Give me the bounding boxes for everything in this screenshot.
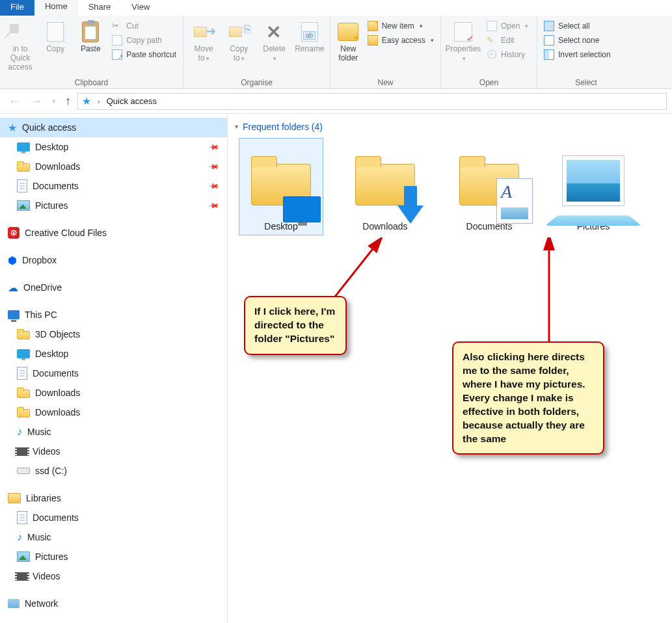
sidebar-item-lib-pictures[interactable]: Pictures [0,547,227,566]
sidebar-this-pc[interactable]: This PC [0,305,227,325]
sidebar-item-downloads[interactable]: Downloads 📌 [0,157,227,176]
tab-home[interactable]: Home [34,0,78,16]
cut-button[interactable]: Cut [109,20,179,33]
tab-share[interactable]: Share [78,0,122,16]
sidebar-item-documents[interactable]: Documents 📌 [0,176,227,196]
select-none-button[interactable]: Select none [541,34,613,47]
pc-icon [8,310,20,319]
properties-button[interactable]: Properties▾ [445,18,481,66]
copy-to-button[interactable]: Copy to▾ [222,18,255,66]
documents-icon [17,367,27,380]
tab-file[interactable]: File [0,0,34,16]
paste-button[interactable]: Paste [74,18,107,56]
new-item-button[interactable]: New item▾ [365,20,437,33]
tile-documents[interactable]: Documents [448,139,532,235]
pictures-icon [17,551,30,562]
desktop-icon [17,349,30,358]
chevron-down-icon: ▾ [525,23,528,29]
pin-icon: 📌 [207,199,219,211]
edit-button[interactable]: Edit [484,34,531,47]
folder-icon [17,407,30,418]
videos-icon [17,447,27,456]
copy-path-icon [112,35,122,46]
address-bar[interactable]: ★ › Quick access [77,93,667,110]
address-bar-row: ← → ▾ ↑ ★ › Quick access [0,89,672,114]
sidebar-item-pc-downloads[interactable]: Downloads [0,383,227,403]
sidebar-dropbox[interactable]: ⬢ Dropbox [0,250,227,270]
sidebar-quick-access[interactable]: ★ Quick access [0,118,227,137]
select-all-button[interactable]: Select all [541,20,613,33]
drive-icon [17,468,30,474]
tile-downloads[interactable]: Downloads [343,139,428,235]
new-folder-button[interactable]: New folder [334,18,362,65]
pin-icon: 📌 [207,140,219,153]
history-icon [487,49,497,60]
open-button[interactable]: Open▾ [484,20,531,33]
nav-recent-dropdown[interactable]: ▾ [49,97,59,105]
sidebar-item-pc-music[interactable]: ♪Music [0,422,227,442]
paste-shortcut-button[interactable]: Paste shortcut [109,48,179,61]
copy-button[interactable]: Copy [39,18,72,56]
copy-path-button[interactable]: Copy path [109,34,179,47]
move-to-icon [193,21,215,42]
tab-view[interactable]: View [121,0,160,16]
content-pane: ▸ Frequent folders (4) Desktop [228,114,672,623]
tile-pictures[interactable]: Pictures [552,139,636,235]
sidebar-onedrive[interactable]: ☁ OneDrive [0,278,227,297]
easy-access-button[interactable]: Easy access▾ [365,34,437,47]
music-icon: ♪ [17,426,22,438]
sidebar-item-lib-music[interactable]: ♪Music [0,527,227,547]
sidebar-item-ssd-c[interactable]: ssd (C:) [0,461,227,481]
ribbon-group-organise: Move to▾ Copy to▾ Delete▾ Rename Organis… [183,16,330,88]
folder-tiles: Desktop Downloads [234,139,672,235]
sidebar-item-pictures[interactable]: Pictures 📌 [0,196,227,215]
sidebar-network[interactable]: Network [0,594,227,613]
breadcrumb-segment[interactable]: Quick access [104,96,159,106]
sidebar-item-lib-videos[interactable]: Videos [0,566,227,586]
invert-selection-button[interactable]: Invert selection [541,48,613,61]
paste-icon [82,21,99,42]
sidebar-item-3d-objects[interactable]: 3D Objects [0,325,227,344]
sidebar-item-pc-downloads-2[interactable]: Downloads [0,403,227,422]
rename-button[interactable]: Rename [293,18,326,56]
ribbon-group-open: Properties▾ Open▾ Edit History Open [441,16,537,88]
sidebar-item-lib-documents[interactable]: Documents [0,508,227,527]
caret-down-icon: ▸ [234,126,241,129]
chevron-down-icon: ▾ [463,55,466,62]
nav-forward-button[interactable]: → [27,94,46,109]
pin-to-quick-access-button[interactable]: in to Quick access [4,18,36,74]
sidebar-item-pc-documents[interactable]: Documents [0,364,227,383]
scissors-icon [112,21,122,31]
nav-back-button[interactable]: ← [5,94,23,109]
desktop-icon [17,142,30,152]
music-icon: ♪ [17,531,22,543]
tile-desktop[interactable]: Desktop [239,139,324,235]
history-button[interactable]: History [484,48,531,61]
menu-tabs: File Home Share View [0,0,672,16]
sidebar-item-desktop[interactable]: Desktop 📌 [0,137,227,157]
chevron-right-icon: › [94,98,104,105]
sidebar-libraries[interactable]: Libraries [0,488,227,508]
invert-selection-icon [544,49,554,60]
sidebar-item-pc-videos[interactable]: Videos [0,442,227,461]
sidebar-creative-cloud[interactable]: ⦿ Creative Cloud Files [0,223,227,243]
nav-up-button[interactable]: ↑ [62,94,74,108]
delete-button[interactable]: Delete▾ [258,18,291,66]
star-icon: ★ [8,122,17,134]
folder-icon [17,161,30,172]
libraries-icon [8,493,21,503]
videos-icon [17,572,27,581]
pictures-tile-icon [562,155,625,206]
chevron-down-icon: ▾ [420,23,423,29]
move-to-button[interactable]: Move to▾ [187,18,220,66]
chevron-down-icon: ▾ [431,37,434,44]
sidebar-item-pc-desktop[interactable]: Desktop [0,344,227,364]
section-header-frequent[interactable]: ▸ Frequent folders (4) [234,119,672,139]
main-area: ★ Quick access Desktop 📌 Downloads 📌 Doc… [0,114,672,623]
rename-icon [301,22,318,42]
chevron-down-icon: ▾ [273,55,276,62]
select-none-icon [544,35,554,46]
ribbon: in to Quick access Copy Paste Cut Copy p… [0,16,672,89]
edit-icon [487,35,497,46]
ribbon-group-select: Select all Select none Invert selection … [537,16,635,88]
